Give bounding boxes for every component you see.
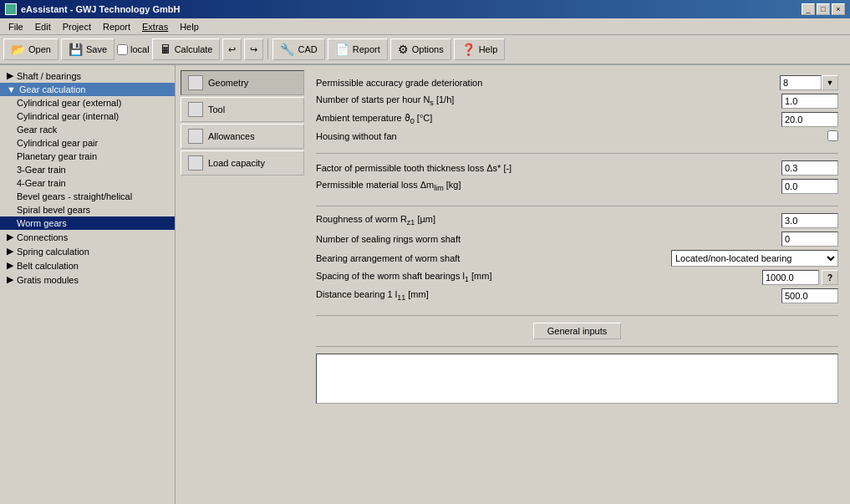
sidebar-item-bevel-gears[interactable]: Bevel gears - straight/helical xyxy=(0,190,175,203)
sidebar-item-spiral-bevel[interactable]: Spiral bevel gears xyxy=(0,203,175,216)
tool-icon xyxy=(188,102,203,117)
save-button[interactable]: 💾 Save xyxy=(61,38,115,60)
menu-extras[interactable]: Extras xyxy=(137,21,173,33)
form-section-1: Permissible accuracy grade deterioration… xyxy=(316,75,838,141)
close-button[interactable]: × xyxy=(832,3,845,15)
options-button[interactable]: ⚙ Options xyxy=(390,38,451,60)
menu-file[interactable]: File xyxy=(3,21,28,33)
sidebar-item-cylindrical-gear-pair[interactable]: Cylindrical gear pair xyxy=(0,136,175,150)
spacing-help-button[interactable]: ? xyxy=(822,270,838,285)
form-row-housing: Housing without fan xyxy=(316,130,838,141)
content-area: Geometry Tool Allowances Load capacity xyxy=(176,65,850,504)
sidebar-item-cylindrical-internal[interactable]: Cylindrical gear (internal) xyxy=(0,109,175,123)
menu-bar: File Edit Project Report Extras Help xyxy=(0,18,850,35)
form-row-distance: Distance bearing 1 l11 [mm] xyxy=(316,288,838,303)
form-section-2: Factor of permissible tooth thickness lo… xyxy=(316,160,838,194)
ambient-temp-label: Ambient temperature ϑ0 [°C] xyxy=(316,113,776,125)
sidebar-item-gratis-modules[interactable]: ▶ Gratis modules xyxy=(0,272,175,287)
separator-1 xyxy=(316,153,838,154)
arrow-down-icon: ▼ xyxy=(7,84,16,94)
form-row-sealing: Number of sealing rings worm shaft xyxy=(316,232,838,247)
form-row-tooth-thickness: Factor of permissible tooth thickness lo… xyxy=(316,160,838,176)
bottom-area xyxy=(316,346,838,404)
form-row-temp: Ambient temperature ϑ0 [°C] xyxy=(316,112,838,127)
bearing-arrangement-control: Located/non-located bearing Both located… xyxy=(671,250,838,267)
sidebar-item-planetary-gear-train[interactable]: Planetary gear train xyxy=(0,150,175,163)
roughness-label: Roughness of worm Rz1 [µm] xyxy=(316,214,776,227)
arrow-right-icon-5: ▶ xyxy=(7,274,13,285)
open-icon: 📂 xyxy=(11,43,25,56)
cad-button[interactable]: 🔧 CAD xyxy=(272,38,324,60)
sidebar-item-cylindrical-external[interactable]: Cylindrical gear (external) xyxy=(0,96,175,109)
tab-allowances[interactable]: Allowances xyxy=(181,124,304,149)
spacing-control: ? xyxy=(762,270,838,285)
redo-button[interactable]: ↪ xyxy=(244,38,263,60)
sidebar-item-belt-calculation[interactable]: ▶ Belt calculation xyxy=(0,258,175,272)
menu-project[interactable]: Project xyxy=(58,21,96,33)
separator-bottom xyxy=(316,346,838,347)
sidebar: ▶ Shaft / bearings ▼ Gear calculation Cy… xyxy=(0,65,176,504)
help-button[interactable]: ❓ Help xyxy=(454,38,506,60)
spacing-label: Spacing of the worm shaft bearings l1 [m… xyxy=(316,271,757,283)
spacing-input[interactable] xyxy=(762,270,819,285)
undo-button[interactable]: ↩ xyxy=(222,38,242,60)
arrow-right-icon-3: ▶ xyxy=(7,246,13,257)
local-checkbox[interactable] xyxy=(117,44,128,55)
menu-help[interactable]: Help xyxy=(175,21,204,33)
sidebar-item-connections[interactable]: ▶ Connections xyxy=(0,230,175,244)
sidebar-item-4-gear-train[interactable]: 4-Gear train xyxy=(0,176,175,190)
content-inner: Geometry Tool Allowances Load capacity xyxy=(181,70,845,499)
open-button[interactable]: 📂 Open xyxy=(3,38,59,60)
cad-icon: 🔧 xyxy=(280,43,294,56)
app-icon xyxy=(5,3,17,15)
calculate-button[interactable]: 🖩 Calculate xyxy=(152,38,221,60)
sidebar-item-shaft-bearings[interactable]: ▶ Shaft / bearings xyxy=(0,69,175,83)
report-button[interactable]: 📄 Report xyxy=(328,38,388,60)
accuracy-grade-input[interactable] xyxy=(780,75,822,90)
distance-input[interactable] xyxy=(781,288,838,303)
form-row-starts: Number of starts per hour Ns [1/h] xyxy=(316,94,838,109)
form-panel: Permissible accuracy grade deterioration… xyxy=(309,70,845,499)
housing-fan-checkbox[interactable] xyxy=(827,130,838,141)
separator-2 xyxy=(316,206,838,206)
form-row-bearing-arrangement: Bearing arrangement of worm shaft Locate… xyxy=(316,250,838,267)
accuracy-grade-label: Permissible accuracy grade deterioration xyxy=(316,78,775,88)
help-icon: ❓ xyxy=(461,43,476,56)
sidebar-item-gear-rack[interactable]: Gear rack xyxy=(0,123,175,136)
material-loss-label: Permissible material loss Δmlim [kg] xyxy=(316,180,776,192)
material-loss-input[interactable] xyxy=(781,179,838,194)
tooth-thickness-input[interactable] xyxy=(781,160,838,176)
bearing-arrangement-select[interactable]: Located/non-located bearing Both located… xyxy=(671,250,838,267)
redo-icon: ↪ xyxy=(250,44,257,55)
sidebar-item-3-gear-train[interactable]: 3-Gear train xyxy=(0,163,175,176)
starts-per-hour-input[interactable] xyxy=(781,94,838,109)
general-inputs-button[interactable]: General inputs xyxy=(533,323,622,339)
sidebar-item-worm-gears[interactable]: Worm gears xyxy=(0,216,175,230)
sidebar-item-gear-calculation[interactable]: ▼ Gear calculation xyxy=(0,83,175,96)
sealing-rings-input[interactable] xyxy=(781,232,838,247)
window-title: eAssistant - GWJ Technology GmbH xyxy=(21,4,181,14)
report-icon: 📄 xyxy=(335,43,349,56)
tab-load-capacity[interactable]: Load capacity xyxy=(181,150,304,176)
tab-tool[interactable]: Tool xyxy=(181,97,304,122)
form-row-spacing: Spacing of the worm shaft bearings l1 [m… xyxy=(316,270,838,285)
ambient-temp-input[interactable] xyxy=(781,112,838,127)
accuracy-grade-control: ▼ xyxy=(780,75,838,90)
geometry-icon xyxy=(188,75,203,90)
main-layout: ▶ Shaft / bearings ▼ Gear calculation Cy… xyxy=(0,65,850,504)
sealing-rings-label: Number of sealing rings worm shaft xyxy=(316,234,776,244)
menu-edit[interactable]: Edit xyxy=(30,21,56,33)
sidebar-item-spring-calculation[interactable]: ▶ Spring calculation xyxy=(0,244,175,258)
maximize-button[interactable]: □ xyxy=(817,3,830,15)
roughness-input[interactable] xyxy=(781,213,838,228)
window-controls[interactable]: _ □ × xyxy=(802,3,845,15)
separator-3 xyxy=(316,315,838,316)
tab-geometry[interactable]: Geometry xyxy=(181,70,304,95)
accuracy-grade-dropdown[interactable]: ▼ xyxy=(822,75,838,90)
menu-report[interactable]: Report xyxy=(98,21,135,33)
form-row-roughness: Roughness of worm Rz1 [µm] xyxy=(316,213,838,228)
minimize-button[interactable]: _ xyxy=(802,3,815,15)
save-icon: 💾 xyxy=(69,43,83,56)
housing-fan-label: Housing without fan xyxy=(316,131,822,141)
arrow-right-icon-2: ▶ xyxy=(7,232,13,242)
